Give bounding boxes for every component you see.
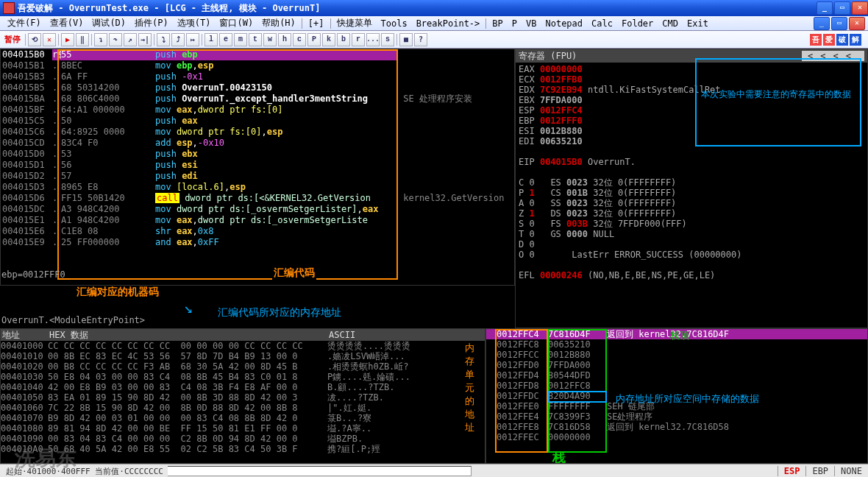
stack-row[interactable]: 0012FFCC0012B880 <box>486 350 867 360</box>
disasm-row[interactable]: 004015B3. 6A FFpush -0x1 <box>1 71 514 82</box>
hex-row[interactable]: 0040109000 83 04 83 C4 00 00 00 C2 8B 0D… <box>1 434 485 444</box>
toolbar-view-...[interactable]: ... <box>366 33 380 46</box>
menu-item-6[interactable]: 帮助(H) <box>257 17 300 29</box>
toolbar-view-b[interactable]: b <box>337 33 350 46</box>
stop-button[interactable]: ✕ <box>43 33 56 46</box>
disasm-row[interactable]: 004015C5. 50push eax <box>1 116 514 127</box>
hex-row[interactable]: 0040108089 81 94 8D 42 00 00 BE FF 15 50… <box>1 423 485 434</box>
reg-eip[interactable]: EIP 004015B0 OverrunT. <box>519 157 864 167</box>
toolbar-view-r[interactable]: r <box>352 33 365 46</box>
toolbar-view-h[interactable]: h <box>278 33 291 46</box>
menu-item-17[interactable]: CMD <box>658 18 683 29</box>
stack-pane[interactable]: 0012FFC47C816D4F返回到 kernel32.7C816D4F001… <box>485 328 868 464</box>
reg-esi[interactable]: ESI 0012B880 <box>519 126 864 136</box>
run-button[interactable]: ▶ <box>61 33 74 46</box>
menu-item-14[interactable]: Notepad <box>541 18 587 29</box>
menu-item-8[interactable]: 快捷菜单 <box>332 17 377 29</box>
extra-button-2[interactable]: ? <box>414 33 427 46</box>
trace-into-button[interactable]: ⤵ <box>157 33 170 46</box>
hex-row[interactable]: 0040105083 EA 01 89 15 90 8D 42 00 8B 3D… <box>1 392 485 403</box>
disassembly-pane[interactable]: 004015B0r$55push ebp 004015B1. 8BECmov e… <box>0 49 515 286</box>
toolbar-view-t[interactable]: t <box>249 33 262 46</box>
hex-row[interactable]: 0040103050 E8 04 03 00 00 83 C4 08 8B 45… <box>1 372 485 382</box>
hex-row[interactable]: 0040102000 B8 CC CC CC CC F3 AB 68 30 5A… <box>1 361 485 372</box>
menu-item-4[interactable]: 选项(T) <box>173 17 216 29</box>
menu-item-13[interactable]: VB <box>522 18 541 29</box>
status-ebp[interactable]: EBP <box>805 466 834 476</box>
toolbar-view-e[interactable]: e <box>219 33 232 46</box>
mdi-btn-2[interactable]: ✕ <box>849 17 865 30</box>
menu-item-18[interactable]: Exit <box>683 18 713 29</box>
reg-ecx[interactable]: ECX 0012FFB0 <box>519 74 864 85</box>
disasm-row[interactable]: 004015D6. FF15 50B1420call dword ptr ds:… <box>1 193 514 204</box>
disasm-row[interactable]: 004015B1. 8BECmov ebp,esp <box>1 60 514 71</box>
toolbar-view-w[interactable]: w <box>263 33 277 46</box>
menu-item-15[interactable]: Calc <box>587 18 617 29</box>
disasm-row[interactable]: 004015CD. 83C4 F0add esp,-0x10 <box>1 138 514 149</box>
menu-item-16[interactable]: Folder <box>617 18 658 29</box>
disasm-row[interactable]: 004015D1. 56push esi <box>1 160 514 171</box>
flag-t[interactable]: T 0 GS 0000 NULL <box>519 229 864 239</box>
reg-eax[interactable]: EAX 00000000 <box>519 64 864 74</box>
registers-arrows[interactable]: <<<< <box>802 51 864 61</box>
step-out-button[interactable]: ↗ <box>124 33 137 46</box>
menu-item-1[interactable]: 查看(V) <box>46 17 88 29</box>
menu-item-10[interactable]: BreakPoint-> <box>412 18 485 29</box>
status-none[interactable]: NONE <box>834 466 868 476</box>
hex-row[interactable]: 0040104042 00 E8 B9 03 00 00 83 C4 08 3B… <box>1 382 485 392</box>
hex-row[interactable]: 004010A050 68 40 5A 42 00 E8 55 02 C2 5B… <box>1 444 485 454</box>
restart-button[interactable]: ⟲ <box>28 33 41 46</box>
reg-ebp[interactable]: EBP 0012FFF0 <box>519 116 864 126</box>
disasm-row[interactable]: 004015D2. 57push edi <box>1 171 514 182</box>
maximize-button[interactable]: ▭ <box>834 1 850 15</box>
toolbar-view-m[interactable]: m <box>234 33 247 46</box>
registers-pane[interactable]: 寄存器 (FPU) <<<< EAX 00000000ECX 0012FFB0E… <box>515 49 868 328</box>
reg-efl[interactable]: EFL 00000246 (NO,NB,E,BE,NS,PE,GE,LE) <box>519 270 864 280</box>
hexdump-pane[interactable]: 地址 HEX 数据 ASCII 00401000CC CC CC CC CC C… <box>0 328 485 464</box>
flag-z[interactable]: Z 1 DS 0023 32位 0(FFFFFFFF) <box>519 208 864 219</box>
mdi-btn-1[interactable]: ▭ <box>831 17 847 30</box>
stack-row[interactable]: 0012FFEC00000000 <box>486 432 867 442</box>
flag-o[interactable]: O 0 LastErr ERROR_SUCCESS (00000000) <box>519 250 864 260</box>
stack-row[interactable]: 0012FFD07FFDA000 <box>486 360 867 370</box>
close-button[interactable]: ✕ <box>852 1 868 15</box>
disasm-row[interactable]: 004015E6. C1E8 08shr eax,0x8 <box>1 226 514 237</box>
flag-d[interactable]: D 0 <box>519 239 864 250</box>
stack-row[interactable]: 0012FFE47C8399F3SE处理程序 <box>486 411 867 422</box>
toolbar-view-P[interactable]: P <box>307 33 321 46</box>
disasm-row[interactable]: 004015B0r$55push ebp <box>1 49 514 60</box>
pause-button[interactable]: ‖ <box>76 33 89 46</box>
trace-over-button[interactable]: ⤴ <box>171 33 185 46</box>
toolbar-view-l[interactable]: l <box>204 33 218 46</box>
menu-item-12[interactable]: P <box>508 18 522 29</box>
disasm-row[interactable]: 004015DC. A3 948C4200mov dword ptr ds:[_… <box>1 204 514 215</box>
toolbar-view-s[interactable]: s <box>381 33 394 46</box>
flag-s[interactable]: S 0 FS 003B 32位 7FFDF000(FFF) <box>519 219 864 229</box>
toolbar-view-k[interactable]: k <box>322 33 335 46</box>
stack-row[interactable]: 0012FFE87C816D58返回到 kernel32.7C816D58 <box>486 422 867 432</box>
disasm-row[interactable]: 004015BA. 68 806C4000push OverrunT._exce… <box>1 93 514 105</box>
flag-c[interactable]: C 0 ES 0023 32位 0(FFFFFFFF) <box>519 177 864 188</box>
stack-row[interactable]: 0012FFD80012FFC8 <box>486 381 867 391</box>
disasm-row[interactable]: 004015E1. A1 948C4200mov eax,dword ptr d… <box>1 215 514 226</box>
disasm-row[interactable]: 004015D3. 8965 E8mov [local.6],esp <box>1 182 514 193</box>
reg-edx[interactable]: EDX 7C92EB94 ntdll.KiFastSystemCallRet <box>519 85 864 95</box>
extra-button-1[interactable]: ■ <box>399 33 413 46</box>
command-input[interactable] <box>148 466 472 476</box>
disasm-row[interactable]: 004015B5. 68 50314200push OverrunT.00423… <box>1 82 514 93</box>
minimize-button[interactable]: _ <box>817 1 833 15</box>
hex-row[interactable]: 0040101000 8B EC 83 EC 4C 53 56 57 8D 7D… <box>1 351 485 361</box>
execute-till-button[interactable]: ↦ <box>186 33 199 46</box>
disasm-row[interactable]: 004015D0. 53push ebx <box>1 149 514 160</box>
status-esp[interactable]: ESP <box>778 466 806 476</box>
menu-item-3[interactable]: 插件(P) <box>130 17 173 29</box>
reg-esp[interactable]: ESP 0012FFC4 <box>519 105 864 116</box>
stack-row[interactable]: 0012FFD480544DFD <box>486 370 867 381</box>
run-to-button[interactable]: →| <box>138 33 152 46</box>
hex-row[interactable]: 00401070B9 8D 42 00 03 01 00 00 00 83 C4… <box>1 413 485 423</box>
toolbar-view-c[interactable]: c <box>293 33 306 46</box>
step-into-button[interactable]: ↴ <box>94 33 107 46</box>
mdi-btn-0[interactable]: _ <box>814 17 830 30</box>
stack-row[interactable]: 0012FFC800635210 <box>486 339 867 350</box>
menu-item-0[interactable]: 文件(F) <box>3 17 46 29</box>
